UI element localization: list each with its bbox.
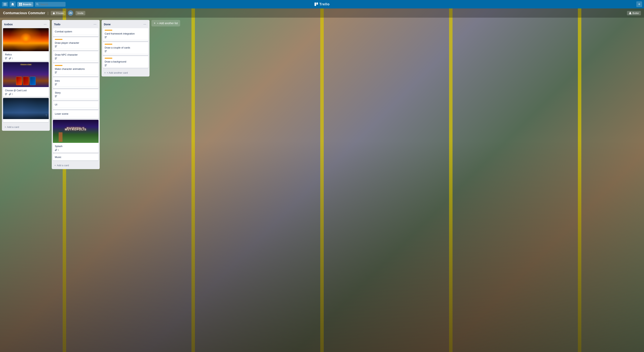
card-relics[interactable]: Relics 1 bbox=[3, 28, 49, 61]
svg-rect-18 bbox=[5, 95, 6, 95]
list-menu-done[interactable]: ··· bbox=[142, 22, 147, 27]
card-draw-npc[interactable]: Draw NPC character bbox=[53, 52, 98, 62]
card-draw-background[interactable]: Draw a background bbox=[103, 56, 148, 68]
card-intro[interactable]: Intro bbox=[53, 78, 98, 88]
card-title-draw-npc: Draw NPC character bbox=[55, 53, 78, 56]
search-wrapper bbox=[35, 2, 66, 7]
list-header-todo: Todo ··· bbox=[52, 20, 100, 28]
svg-rect-38 bbox=[105, 51, 106, 52]
list-menu-todo[interactable]: ··· bbox=[92, 22, 97, 27]
search-input[interactable] bbox=[35, 2, 66, 7]
svg-rect-22 bbox=[55, 58, 57, 58]
board-content: Icebox ··· Relics 1 bbox=[0, 18, 644, 352]
card-label-draw-bg bbox=[105, 58, 112, 59]
card-splash[interactable]: MUTROPOLIS Splash 1 bbox=[53, 120, 98, 152]
svg-rect-21 bbox=[55, 47, 56, 47]
board-title: Contumacious Commuter bbox=[3, 11, 45, 15]
card-character-animations[interactable]: Make character animations bbox=[53, 64, 98, 76]
card-title-story: Story bbox=[55, 91, 60, 94]
card-meta-choose: 2 bbox=[5, 93, 47, 95]
svg-rect-23 bbox=[55, 58, 57, 59]
menu-button[interactable] bbox=[2, 2, 8, 6]
top-nav: Boards Trello + bbox=[0, 0, 644, 8]
invite-label: Invite bbox=[78, 12, 84, 14]
card-attach-choose: 2 bbox=[9, 93, 13, 95]
boards-button[interactable]: Boards bbox=[17, 2, 33, 7]
card-meta-framework bbox=[105, 36, 146, 38]
card-title-animations: Make character animations bbox=[55, 68, 85, 70]
card-title-choose: Choose @ Card Loot bbox=[5, 89, 27, 92]
svg-rect-10 bbox=[316, 2, 318, 4]
card-combat-system[interactable]: Combat system bbox=[53, 28, 98, 36]
svg-rect-3 bbox=[19, 3, 20, 4]
add-list-section: + + Add another list bbox=[152, 20, 180, 26]
list-title-todo: Todo bbox=[54, 23, 60, 26]
list-menu-icebox[interactable]: ··· bbox=[43, 22, 48, 27]
list-todo: Todo ··· Combat system Draw player chara… bbox=[52, 20, 100, 169]
card-meta-splash: 1 bbox=[55, 149, 96, 151]
card-meta-draw-bg bbox=[105, 64, 146, 66]
card-choose-card-loot[interactable]: Choose a Card Choose @ Card Loot 2 bbox=[3, 62, 49, 97]
svg-rect-40 bbox=[105, 64, 107, 65]
visibility-button[interactable]: Private bbox=[51, 11, 66, 15]
svg-rect-4 bbox=[21, 3, 22, 4]
card-label-framework bbox=[105, 30, 112, 31]
card-attach-relics: 1 bbox=[9, 57, 13, 60]
card-title-combat: Combat system bbox=[55, 30, 72, 33]
trello-logo: Trello bbox=[314, 2, 330, 6]
home-button[interactable] bbox=[10, 2, 16, 7]
card-meta-relics: 1 bbox=[5, 57, 47, 60]
board-header: Contumacious Commuter | Private JU Invit… bbox=[0, 8, 644, 18]
card-title-relics: Relics bbox=[5, 53, 12, 56]
invite-button[interactable]: Invite bbox=[76, 11, 85, 15]
svg-rect-2 bbox=[4, 5, 6, 5]
card-story[interactable]: Story bbox=[53, 89, 98, 100]
svg-rect-29 bbox=[55, 84, 57, 84]
add-button[interactable]: + bbox=[636, 1, 642, 7]
butler-label: Butler bbox=[632, 12, 639, 14]
avatar-initials: JU bbox=[69, 12, 72, 14]
card-framework[interactable]: Card framework integration bbox=[103, 28, 148, 41]
svg-point-7 bbox=[36, 3, 38, 5]
add-card-todo[interactable]: + Add a card bbox=[53, 163, 98, 168]
list-footer-todo: + Add a card bbox=[52, 162, 100, 169]
list-cards-todo: Combat system Draw player character Draw… bbox=[52, 28, 100, 162]
card-label-draw-couple bbox=[105, 44, 112, 45]
svg-rect-37 bbox=[105, 50, 107, 50]
list-footer-done: + + Add another card bbox=[102, 69, 150, 76]
list-title-icebox: Icebox bbox=[4, 23, 13, 26]
card-meta-intro bbox=[55, 84, 96, 85]
add-card-done[interactable]: + + Add another card bbox=[103, 70, 148, 75]
add-another-list[interactable]: + + Add another list bbox=[152, 20, 180, 26]
card-draw-player[interactable]: Draw player character bbox=[53, 38, 98, 50]
svg-rect-6 bbox=[21, 4, 22, 6]
card-map[interactable]: ? bbox=[3, 98, 49, 122]
list-footer-icebox: + Add a card bbox=[2, 123, 50, 131]
visibility-label: Private bbox=[56, 12, 64, 14]
svg-rect-19 bbox=[55, 46, 57, 46]
svg-rect-27 bbox=[55, 73, 56, 74]
add-card-icebox[interactable]: + Add a card bbox=[3, 124, 49, 130]
card-desc-relics bbox=[5, 57, 7, 59]
card-title-splash: Splash bbox=[55, 145, 62, 148]
card-title-intro: Intro bbox=[55, 79, 60, 82]
svg-rect-24 bbox=[55, 59, 56, 60]
boards-label: Boards bbox=[23, 3, 32, 6]
card-ui[interactable]: UI bbox=[53, 101, 98, 109]
svg-rect-1 bbox=[4, 4, 6, 4]
butler-button[interactable]: Butler bbox=[627, 11, 641, 15]
svg-rect-31 bbox=[55, 95, 57, 96]
card-draw-couple[interactable]: Draw a couple of cards bbox=[103, 42, 148, 55]
svg-rect-42 bbox=[105, 66, 106, 66]
avatar-button[interactable]: JU bbox=[68, 10, 73, 16]
svg-rect-11 bbox=[53, 13, 55, 14]
svg-rect-25 bbox=[55, 72, 57, 72]
card-music[interactable]: Music bbox=[53, 154, 98, 160]
list-cards-done: Card framework integration Draw a couple… bbox=[102, 28, 150, 69]
card-loser-scene[interactable]: Loser scene bbox=[53, 110, 98, 118]
svg-rect-26 bbox=[55, 72, 57, 73]
card-title-loser: Loser scene bbox=[55, 112, 68, 115]
svg-line-8 bbox=[38, 5, 38, 5]
card-meta-draw-couple bbox=[105, 50, 146, 52]
svg-point-12 bbox=[630, 12, 631, 13]
